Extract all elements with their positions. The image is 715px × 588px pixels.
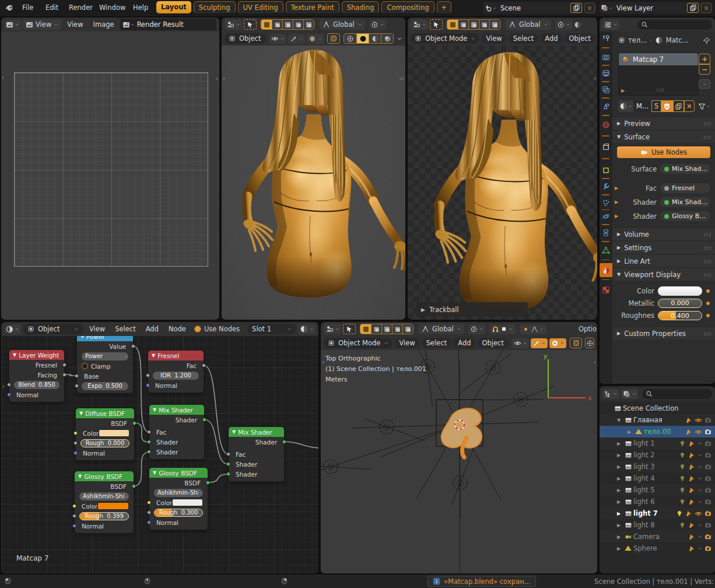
viewport-menu-view[interactable]: View [481,33,506,44]
pointer-icon[interactable] [688,452,695,459]
active-tool-select-box[interactable] [343,324,356,334]
tool-dropdown[interactable] [225,19,242,30]
socket-in[interactable] [72,504,76,508]
tool-dropdown[interactable] [324,324,341,334]
mode-dropdown[interactable]: Object Mode [324,338,392,348]
select-mode-4[interactable] [402,324,413,334]
visibility-dropdown[interactable] [269,34,286,44]
editor-type-image-button[interactable] [4,20,21,30]
node-color-swatch[interactable] [172,499,203,506]
pointer-icon[interactable] [685,416,692,424]
scene-selector-icon-dropdown[interactable] [484,4,497,12]
node-mix1[interactable]: ▼Mix ShaderShaderFacShaderShader [149,405,204,459]
fake-user-toggle[interactable] [661,100,673,112]
material-filter-dropdown[interactable] [698,103,710,110]
tool-dropdown[interactable] [411,19,428,30]
socket-in[interactable] [7,383,11,387]
chevron-icon[interactable] [698,452,702,459]
outliner-row-light-5[interactable]: ▶light 5 [600,484,715,496]
properties-tab-object[interactable] [600,141,612,153]
view-layer-selector-new-button[interactable] [687,3,699,13]
outliner-row-camera[interactable]: ▶Camera [600,531,715,542]
camera-icon[interactable] [705,452,712,459]
viewport-menu-view[interactable]: View [394,338,419,348]
node-color-swatch[interactable] [99,429,129,437]
outliner-row-light-7[interactable]: ▶light 7 [600,508,715,519]
properties-tab-render[interactable] [600,51,612,64]
outliner-row-тело-00[interactable]: ▶тело.00 [600,426,715,438]
pivot-dropdown[interactable] [555,20,572,30]
region-toggle-right[interactable]: ‹ [216,75,218,82]
surface-row-value[interactable]: Glossy B... [660,211,710,221]
panel-volume[interactable]: ▶Volume [612,228,715,240]
socket-in[interactable] [147,510,151,514]
material-slot-active[interactable]: Matcap 7 [619,53,698,65]
expand-arrow[interactable]: ▶ [615,499,623,505]
pointer-icon[interactable] [688,533,695,540]
region-toggle[interactable]: › [223,75,225,82]
select-mode-0[interactable] [447,20,458,29]
pointer-icon[interactable] [688,545,695,552]
viewport-menu-object[interactable]: Object [565,33,595,44]
slot-specials-button[interactable] [699,79,710,89]
region-toggle-left[interactable]: › [2,74,4,81]
surface-row-value[interactable]: Fresnel [660,183,710,193]
shader-type-dropdown[interactable]: Object [23,324,83,334]
anim-dot[interactable] [706,289,710,293]
mode-dropdown[interactable]: Object [225,33,266,44]
expand-arrow[interactable]: ▶ [615,476,623,481]
unlink-material-button[interactable] [684,100,695,112]
active-tool-select-box[interactable] [430,19,443,30]
pointer-icon[interactable] [688,498,695,505]
socket-in[interactable] [147,501,151,505]
pointer-icon[interactable] [688,487,695,494]
scene-selector-name[interactable]: Scene [498,4,569,12]
workspace-tab-uvediting[interactable]: UV Editing [238,1,283,13]
pointer-icon[interactable] [688,522,695,528]
workspace-tab-sculpting[interactable]: Sculpting [194,1,236,13]
orientation-dropdown[interactable]: Global [419,324,464,334]
socket-out[interactable] [202,418,206,422]
scene-selector-new-button[interactable] [570,3,582,13]
anim-dot[interactable] [706,314,710,317]
image-menu-view[interactable]: View [63,19,87,30]
slot-add-button[interactable] [699,54,710,64]
camera-icon[interactable] [705,463,712,470]
properties-tab-physics[interactable] [600,210,612,223]
overlay-dropdown[interactable] [307,34,324,44]
node-field-ior[interactable]: IOR 1.200 [153,372,199,380]
chevron-icon[interactable] [698,545,702,552]
select-mode-0[interactable] [261,20,272,29]
node-field-blend[interactable]: Blend 0.850 [14,381,59,389]
camera-icon[interactable] [705,498,712,505]
light-icon[interactable] [679,463,686,470]
shading-solid-button[interactable] [356,34,369,43]
properties-tab-constraint[interactable] [600,226,612,239]
viewport-menu-add[interactable]: Add [540,33,562,44]
socket-in[interactable] [226,452,230,456]
overlay-dropdown[interactable] [549,338,566,348]
orientation-dropdown[interactable]: Global [320,19,365,30]
node-header[interactable]: ▼Fresnel [148,351,204,360]
material-name[interactable]: M... [633,100,651,112]
viewport-menu-object[interactable]: Object [478,338,509,348]
properties-tab-scene[interactable] [600,100,612,113]
node-header[interactable]: ▼Layer Weight [9,350,64,360]
mode-dropdown[interactable]: Object Mode [411,33,479,44]
surface-row-value[interactable]: Mix Shad... [660,164,710,174]
light-icon[interactable] [679,452,686,459]
visibility-dropdown[interactable] [512,338,529,348]
vpd-metallic-slider[interactable]: 0.000 [658,299,702,308]
select-mode-2[interactable] [381,324,392,334]
chevron-icon[interactable] [698,463,702,470]
eye-icon[interactable] [695,510,702,517]
panel-custom-properties[interactable]: ▶Custom Properties [612,327,715,340]
viewport-menu-select[interactable]: Select [422,338,451,348]
node-layer_weight[interactable]: ▼Layer WeightFresnelFacingBlend 0.850Nor… [9,350,64,402]
expand-arrow[interactable]: ▶ [615,441,623,446]
pointer-icon[interactable] [688,475,695,482]
select-mode-2[interactable] [468,20,479,29]
select-mode-1[interactable] [371,324,381,334]
camera-icon[interactable] [705,533,712,540]
camera-icon[interactable] [705,545,712,552]
